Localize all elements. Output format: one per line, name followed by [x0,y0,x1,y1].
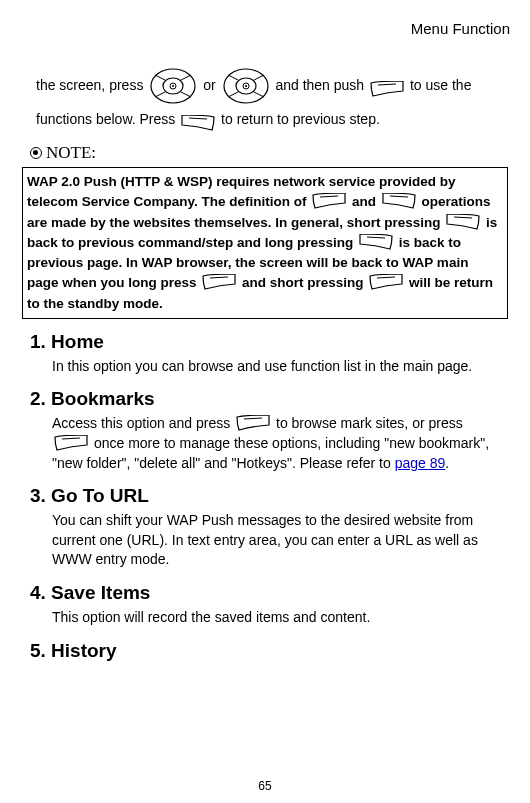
soft-left-icon [370,78,404,94]
intro-text-2: or [203,77,219,93]
note-label-text: NOTE: [46,143,96,162]
soft-left-icon [202,274,236,290]
page-89-link[interactable]: page 89 [395,455,446,471]
section-1-title: 1. Home [30,331,510,353]
nav-circle-icon [222,67,270,105]
section-3-body: You can shift your WAP Push messages to … [52,511,502,570]
note-text-2: and [352,194,380,209]
soft-left-icon [312,193,346,209]
section-2-title: 2. Bookmarks [30,388,510,410]
section-3-title: 3. Go To URL [30,485,510,507]
nav-circle-icon [149,67,197,105]
soft-right-icon [181,112,215,128]
page-number: 65 [20,779,510,793]
note-text-6: and short pressing [242,275,367,290]
note-label: NOTE: [30,143,510,163]
section-4-body: This option will record the saved items … [52,608,502,628]
section-2-text-4: . [445,455,449,471]
section-4-title: 4. Save Items [30,582,510,604]
note-box: WAP 2.0 Push (HTTP & WSP) requires netwo… [22,167,508,319]
bullet-icon [30,147,42,159]
page-header: Menu Function [20,20,510,37]
section-2-text-1: Access this option and press [52,415,234,431]
intro-paragraph: the screen, press or and then push to us… [36,67,510,133]
soft-right-icon [382,193,416,209]
section-2-body: Access this option and press to browse m… [52,414,502,473]
section-5-title: 5. History [30,640,510,662]
intro-text-1: the screen, press [36,77,147,93]
soft-right-icon [359,234,393,250]
soft-left-icon [369,274,403,290]
soft-left-icon [236,415,270,431]
section-2-text-2: to browse mark sites, or press [276,415,463,431]
intro-text-5: to return to previous step. [221,111,380,127]
intro-text-3: and then push [275,77,368,93]
section-1-body: In this option you can browse and use fu… [52,357,502,377]
soft-right-icon [446,214,480,230]
soft-left-icon [54,435,88,451]
